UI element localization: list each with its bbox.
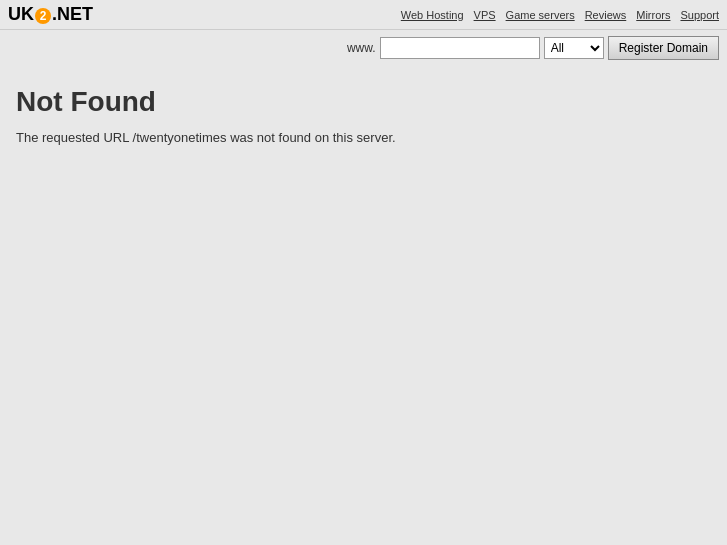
not-found-title: Not Found — [16, 86, 711, 118]
tld-select[interactable]: All .com .co.uk .net .org — [544, 37, 604, 59]
nav-reviews[interactable]: Reviews — [585, 9, 627, 21]
domain-bar: www. All .com .co.uk .net .org Register … — [0, 30, 727, 66]
nav-web-hosting[interactable]: Web Hosting — [401, 9, 464, 21]
not-found-message: The requested URL /twentyonetimes was no… — [16, 130, 711, 145]
top-nav: Web Hosting VPS Game servers Reviews Mir… — [401, 9, 719, 21]
logo-uk: UK — [8, 4, 34, 24]
nav-support[interactable]: Support — [680, 9, 719, 21]
logo-2: 2 — [35, 8, 51, 24]
logo[interactable]: UK2.NET — [8, 4, 93, 25]
main-content: Not Found The requested URL /twentyoneti… — [0, 66, 727, 165]
domain-input[interactable] — [380, 37, 540, 59]
nav-vps[interactable]: VPS — [474, 9, 496, 21]
www-label: www. — [347, 41, 376, 55]
header: UK2.NET Web Hosting VPS Game servers Rev… — [0, 0, 727, 30]
nav-mirrors[interactable]: Mirrors — [636, 9, 670, 21]
logo-net: .NET — [52, 4, 93, 24]
register-domain-button[interactable]: Register Domain — [608, 36, 719, 60]
nav-game-servers[interactable]: Game servers — [506, 9, 575, 21]
